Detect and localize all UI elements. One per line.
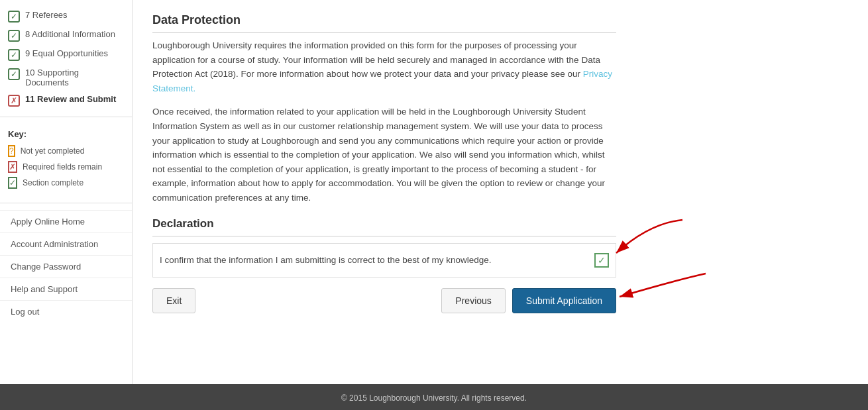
- sidebar-link-help-support[interactable]: Help and Support: [0, 278, 132, 300]
- exit-button[interactable]: Exit: [152, 288, 195, 313]
- submit-wrapper: Submit Application: [512, 288, 616, 313]
- sidebar-divider: [0, 117, 132, 117]
- nav-label-equal-opportunities: 9 Equal Opportunities: [25, 48, 108, 58]
- nav-icon-referees: ✓: [8, 11, 20, 23]
- paragraph1-text: Loughborough University requires the inf…: [152, 40, 600, 79]
- key-row-complete: ✓Section complete: [8, 175, 124, 191]
- sidebar-link-change-password[interactable]: Change Password: [0, 255, 132, 278]
- key-row-required-remain: ✗Required fields remain: [8, 159, 124, 175]
- key-title: Key:: [8, 129, 124, 139]
- declaration-section: Declaration I confirm that the informati…: [152, 217, 616, 313]
- sidebar-nav-item-supporting-documents[interactable]: ✓10 Supporting Documents: [0, 64, 132, 91]
- nav-label-review-submit: 11 Review and Submit: [25, 94, 116, 104]
- key-label-required-remain: Required fields remain: [23, 162, 102, 172]
- key-icon-complete: ✓: [8, 177, 17, 189]
- previous-button[interactable]: Previous: [441, 288, 505, 313]
- nav-icon-additional-info: ✓: [8, 30, 20, 42]
- nav-icon-equal-opportunities: ✓: [8, 49, 20, 61]
- key-icon-required-remain: ✗: [8, 161, 17, 173]
- nav-icon-supporting-documents: ✓: [8, 68, 20, 80]
- declaration-title: Declaration: [152, 217, 616, 236]
- nav-label-referees: 7 Referees: [25, 10, 68, 20]
- nav-icon-review-submit: ✗: [8, 95, 20, 107]
- sidebar-links-divider: [0, 203, 132, 203]
- sidebar-nav-item-referees[interactable]: ✓7 Referees: [0, 7, 132, 26]
- sidebar-nav-item-additional-info[interactable]: ✓8 Additional Information: [0, 26, 132, 45]
- key-label-complete: Section complete: [23, 178, 83, 187]
- annotation-arrow-1: [610, 217, 696, 270]
- sidebar: ✓7 Referees✓8 Additional Information✓9 E…: [0, 0, 133, 384]
- sidebar-nav-item-equal-opportunities[interactable]: ✓9 Equal Opportunities: [0, 45, 132, 64]
- main-content: Data Protection Loughborough University …: [133, 0, 636, 384]
- key-row-not-completed: ?Not yet completed: [8, 143, 124, 159]
- button-row: Exit Previous Submit Application: [152, 288, 616, 313]
- footer-text: © 2015 Loughborough University. All righ…: [341, 393, 527, 403]
- nav-label-supporting-documents: 10 Supporting Documents: [25, 68, 124, 87]
- key-section: Key: ?Not yet completed✗Required fields …: [0, 124, 132, 196]
- annotation-area: I confirm that the information I am subm…: [152, 243, 616, 278]
- data-protection-title: Data Protection: [152, 13, 616, 33]
- nav-label-additional-info: 8 Additional Information: [25, 29, 115, 39]
- key-label-not-completed: Not yet completed: [21, 146, 85, 156]
- annotation-arrow-2: [610, 267, 716, 320]
- declaration-row: I confirm that the information I am subm…: [152, 243, 616, 278]
- data-protection-paragraph2: Once received, the information related t…: [152, 105, 616, 205]
- sidebar-link-log-out[interactable]: Log out: [0, 300, 132, 323]
- right-buttons: Previous Submit Application: [441, 288, 616, 313]
- sidebar-link-apply-home[interactable]: Apply Online Home: [0, 210, 132, 232]
- sidebar-link-account-admin[interactable]: Account Administration: [0, 232, 132, 255]
- sidebar-nav-item-review-submit[interactable]: ✗11 Review and Submit: [0, 91, 132, 110]
- declaration-text: I confirm that the information I am subm…: [160, 255, 584, 265]
- data-protection-paragraph1: Loughborough University requires the inf…: [152, 38, 616, 95]
- footer: © 2015 Loughborough University. All righ…: [0, 384, 868, 410]
- submit-button[interactable]: Submit Application: [512, 288, 616, 313]
- key-icon-not-completed: ?: [8, 145, 15, 157]
- declaration-checkbox[interactable]: ✓: [594, 253, 609, 268]
